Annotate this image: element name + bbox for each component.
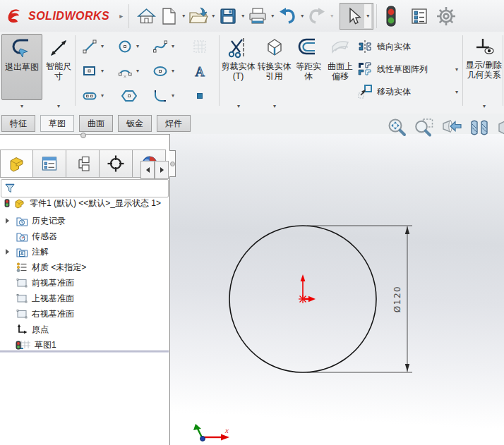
- previous-view-button[interactable]: [440, 116, 463, 140]
- polygon-tool[interactable]: [112, 83, 147, 108]
- propertymanager-tab[interactable]: [33, 150, 66, 178]
- line-tool[interactable]: [76, 34, 112, 59]
- fillet-dropdown[interactable]: [169, 92, 176, 99]
- tree-item-origin[interactable]: 原点: [0, 322, 169, 337]
- redo-dropdown[interactable]: [328, 13, 335, 19]
- home-button[interactable]: [135, 4, 157, 28]
- scroll-tabs-left-button[interactable]: [140, 161, 155, 179]
- settings-button[interactable]: [435, 4, 457, 28]
- convert-entities-button[interactable]: 转换实体引用: [257, 34, 292, 100]
- select-tool-button[interactable]: [342, 4, 364, 28]
- offset-on-surface-label: 曲面上偏移: [325, 61, 356, 81]
- smart-dimension-button[interactable]: 智能尺寸: [44, 34, 73, 100]
- arc-tool[interactable]: [112, 59, 147, 83]
- tab-weldments[interactable]: 焊件: [157, 115, 191, 132]
- new-document-dropdown[interactable]: [180, 13, 187, 19]
- convert-entities-icon: [264, 37, 285, 59]
- diameter-dimension-label[interactable]: Ø120: [392, 286, 402, 312]
- view-settings-button[interactable]: [496, 116, 504, 140]
- menu-expand-arrow[interactable]: ▸: [119, 12, 123, 20]
- tree-item-annotations[interactable]: 注解: [0, 244, 169, 260]
- ellipse-tool[interactable]: [147, 59, 182, 83]
- text-tool[interactable]: A: [182, 59, 217, 83]
- dimxpertmanager-tab[interactable]: [100, 150, 133, 178]
- print-button[interactable]: [246, 4, 269, 28]
- print-dropdown[interactable]: [269, 13, 276, 19]
- tab-sketch[interactable]: 草图: [40, 115, 74, 132]
- move-entities-dropdown[interactable]: [453, 89, 460, 95]
- display-relations-button[interactable]: 显示/删除几何关系: [465, 34, 503, 100]
- featuremanager-tab[interactable]: [0, 150, 33, 178]
- tree-item-history[interactable]: 历史记录: [0, 213, 169, 228]
- save-button[interactable]: [217, 4, 239, 28]
- move-entities-icon: [357, 84, 373, 99]
- options-list-button[interactable]: [408, 4, 431, 28]
- panel-collapse-handle[interactable]: [169, 150, 176, 177]
- linear-pattern-dropdown[interactable]: [453, 66, 460, 73]
- slot-dropdown[interactable]: [99, 92, 106, 99]
- rectangle-dropdown[interactable]: [99, 68, 106, 74]
- tab-surfaces[interactable]: 曲面: [79, 115, 113, 132]
- circle-tool[interactable]: [112, 34, 147, 59]
- open-dropdown[interactable]: [210, 13, 217, 19]
- spline-dropdown[interactable]: [169, 43, 176, 49]
- separator: [462, 35, 463, 106]
- separator: [503, 35, 503, 106]
- new-document-button[interactable]: [157, 4, 180, 28]
- section-view-button[interactable]: [468, 116, 491, 140]
- fillet-tool[interactable]: [147, 83, 182, 108]
- slot-tool[interactable]: [76, 83, 112, 108]
- tree-item-top-plane[interactable]: 上视基准面: [0, 291, 169, 306]
- panel-splitter-handle[interactable]: [80, 133, 86, 138]
- expand-arrow[interactable]: [0, 218, 14, 224]
- print-icon: [248, 7, 268, 25]
- tree-item-right-plane[interactable]: 右视基准面: [0, 306, 169, 322]
- display-relations-dropdown[interactable]: [481, 103, 488, 109]
- tab-features[interactable]: 特征: [1, 115, 35, 132]
- trim-entities-button[interactable]: 剪裁实体(T): [221, 34, 256, 100]
- zoom-to-area-button[interactable]: [413, 116, 436, 140]
- convert-dropdown[interactable]: [271, 103, 278, 109]
- scroll-tabs-right-button[interactable]: [155, 161, 169, 179]
- display-relations-icon: [473, 37, 496, 58]
- spline-tool[interactable]: [147, 34, 182, 59]
- polygon-icon: [121, 88, 137, 104]
- open-button[interactable]: [187, 4, 210, 28]
- performance-button[interactable]: [380, 4, 402, 28]
- sketch-origin[interactable]: [299, 274, 316, 303]
- undo-button[interactable]: [276, 4, 299, 28]
- offset-entities-button[interactable]: 等距实体: [293, 34, 324, 100]
- save-dropdown[interactable]: [239, 13, 246, 19]
- move-entities-button[interactable]: 移动实体: [357, 81, 460, 102]
- redo-button[interactable]: [306, 4, 328, 28]
- circle-dropdown[interactable]: [134, 43, 141, 49]
- smart-dimension-dropdown[interactable]: [55, 103, 62, 109]
- triad-x-label: x: [224, 426, 229, 434]
- graphics-area[interactable]: Ø120 x: [170, 134, 504, 445]
- line-dropdown[interactable]: [99, 43, 106, 49]
- tree-root-part[interactable]: 零件1 (默认) <<默认>_显示状态 1>: [0, 195, 169, 211]
- offset-entities-icon: [298, 37, 319, 59]
- exit-sketch-button[interactable]: 退出草图: [1, 34, 42, 100]
- filter-funnel-icon: [4, 183, 16, 194]
- tree-item-sensors[interactable]: 传感器: [0, 228, 169, 244]
- mirror-entities-button[interactable]: 镜向实体: [357, 36, 460, 57]
- rectangle-tool[interactable]: [76, 59, 112, 83]
- tree-item-front-plane[interactable]: 前视基准面: [0, 275, 169, 291]
- linear-pattern-button[interactable]: 线性草图阵列: [357, 59, 460, 80]
- arc-dropdown[interactable]: [134, 68, 141, 74]
- zoom-to-fit-button[interactable]: [385, 116, 408, 140]
- move-entities-label: 移动实体: [377, 86, 411, 98]
- trim-dropdown[interactable]: [235, 103, 242, 109]
- panel-horizontal-splitter[interactable]: [0, 350, 169, 353]
- offset-on-surface-icon: [330, 37, 351, 59]
- tree-item-material[interactable]: 材质 <未指定>: [0, 260, 169, 275]
- point-tool[interactable]: [182, 83, 217, 108]
- tab-sheet-metal[interactable]: 钣金: [118, 115, 152, 132]
- expand-arrow[interactable]: [0, 249, 14, 255]
- undo-dropdown[interactable]: [299, 13, 306, 19]
- select-tool-dropdown[interactable]: [364, 4, 371, 28]
- configurationmanager-tab[interactable]: [66, 150, 100, 178]
- exit-sketch-dropdown[interactable]: [18, 103, 25, 109]
- ellipse-dropdown[interactable]: [169, 68, 176, 74]
